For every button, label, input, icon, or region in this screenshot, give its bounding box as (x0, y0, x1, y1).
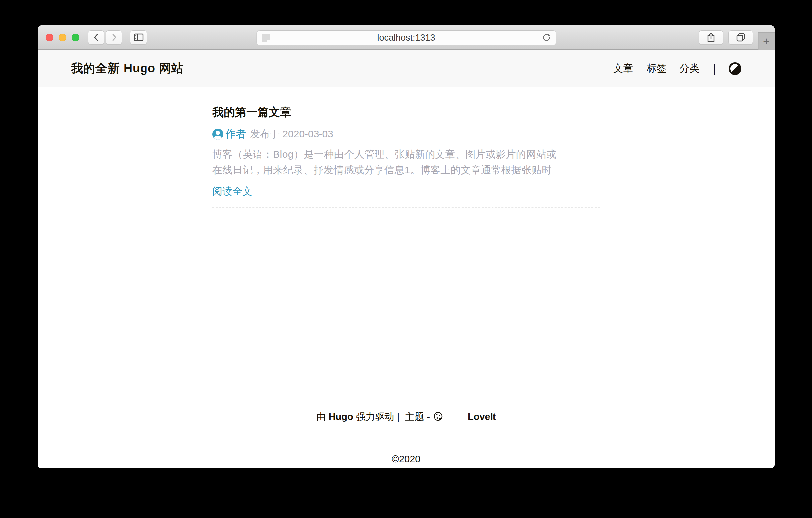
minimize-window-button[interactable] (59, 34, 66, 42)
footer-text: 由 (317, 409, 329, 424)
site-title[interactable]: 我的全新 Hugo 网站 (71, 60, 184, 77)
footer-text: 主题 - (405, 409, 433, 424)
site-header: 我的全新 Hugo 网站 文章 标签 分类 | (38, 50, 775, 87)
post-title[interactable]: 我的第一篇文章 (212, 105, 600, 119)
site-nav: 文章 标签 分类 | (613, 62, 742, 75)
nav-item-categories[interactable]: 分类 (680, 62, 700, 75)
copyright: ©2020 (38, 452, 775, 467)
share-icon (706, 32, 716, 43)
hugo-link[interactable]: Hugo (329, 409, 353, 424)
chevron-left-icon (92, 33, 101, 42)
footer-separator: | (397, 409, 405, 424)
refresh-icon[interactable] (541, 33, 551, 43)
nav-item-posts[interactable]: 文章 (613, 62, 633, 75)
chevron-right-icon (109, 33, 119, 42)
nav-item-tags[interactable]: 标签 (647, 62, 667, 75)
sidebar-icon (133, 33, 144, 42)
post-meta: 作者 发布于 2020-03-03 (212, 127, 600, 141)
theme-link[interactable]: LoveIt (468, 409, 496, 424)
sidebar-toggle-button[interactable] (130, 30, 147, 45)
post-summary: 博客（英语：Blog）是一种由个人管理、张贴新的文章、图片或影片的网站或 在线日… (212, 146, 600, 178)
author-link[interactable]: 作者 (225, 127, 246, 141)
kiss-wink-heart-icon (433, 381, 465, 452)
post-summary-card: 我的第一篇文章 作者 发布于 2020-03-03 博客（英语：Blog）是一种… (212, 87, 600, 208)
url-text: localhost:1313 (271, 33, 541, 43)
summary-line: 在线日记，用来纪录、抒发情感或分享信息1。博客上的文章通常根据张贴时 (212, 162, 600, 178)
forward-button[interactable] (106, 30, 122, 45)
new-tab-button[interactable]: + (758, 32, 775, 50)
read-more-link[interactable]: 阅读全文 (212, 185, 252, 198)
powered-by-line: 由 Hugo 强力驱动 | 主题 - LoveIt (317, 381, 496, 452)
desktop-background: localhost:1313 (0, 0, 812, 518)
reader-mode-icon[interactable] (261, 33, 271, 42)
back-button[interactable] (88, 30, 105, 45)
footer-text: 强力驱动 (353, 409, 397, 424)
tabs-overview-icon (735, 32, 746, 43)
traffic-lights (46, 25, 79, 50)
show-tabs-button[interactable] (728, 30, 753, 45)
summary-line: 博客（英语：Blog）是一种由个人管理、张贴新的文章、图片或影片的网站或 (212, 146, 600, 162)
author-avatar-icon (212, 129, 223, 140)
address-bar[interactable]: localhost:1313 (256, 30, 556, 46)
nav-separator: | (713, 61, 716, 76)
share-button[interactable] (699, 30, 723, 45)
close-window-button[interactable] (46, 34, 53, 42)
theme-toggle-icon[interactable] (729, 62, 742, 75)
site-footer: 由 Hugo 强力驱动 | 主题 - LoveIt ©2020 (38, 381, 775, 467)
safari-window: localhost:1313 (38, 25, 775, 468)
publish-date: 发布于 2020-03-03 (250, 127, 334, 141)
browser-toolbar: localhost:1313 (38, 25, 775, 50)
plus-icon: + (763, 35, 770, 47)
zoom-window-button[interactable] (71, 34, 79, 42)
post-divider (212, 207, 600, 208)
web-page: 我的全新 Hugo 网站 文章 标签 分类 | 我的第一篇文章 作者 发布于 2… (38, 50, 775, 468)
